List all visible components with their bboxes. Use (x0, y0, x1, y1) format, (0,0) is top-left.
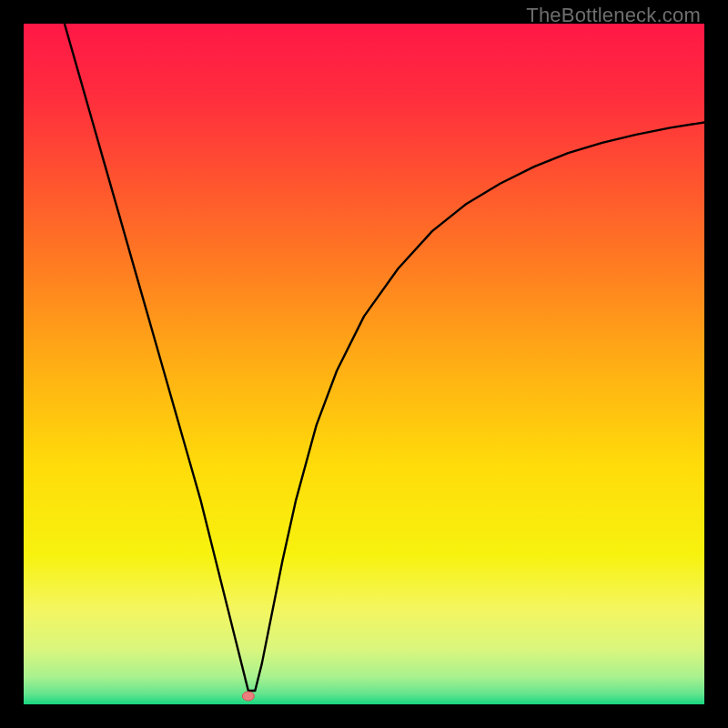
chart-frame (24, 24, 704, 704)
bottleneck-chart (24, 24, 704, 704)
optimal-point-marker (242, 692, 254, 701)
gradient-background (24, 24, 704, 704)
